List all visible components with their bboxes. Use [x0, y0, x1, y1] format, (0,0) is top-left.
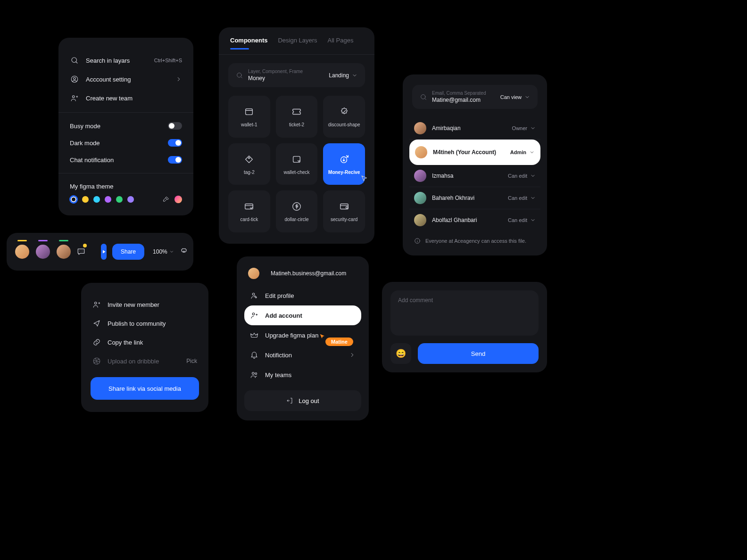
tile-discount-shape[interactable]: discount-shape — [323, 96, 365, 138]
gradient-swatch[interactable] — [174, 196, 182, 203]
default-role-dropdown[interactable]: Can view — [500, 94, 530, 100]
collaborator-2[interactable] — [36, 245, 50, 259]
search-icon — [70, 56, 79, 65]
edit-profile-row[interactable]: Edit profile — [244, 286, 361, 305]
theme-swatch-green[interactable] — [116, 196, 123, 203]
chat-button[interactable] — [76, 245, 86, 259]
dribbble-row[interactable]: Upload on dribbble Pick — [91, 352, 199, 371]
share-button[interactable]: Share — [112, 244, 144, 260]
chevron-down-icon — [169, 249, 174, 254]
chat-notif-toggle[interactable] — [168, 156, 182, 164]
share-social-button[interactable]: Share link via social media — [91, 377, 199, 400]
theme-swatch-cyan[interactable] — [93, 196, 100, 203]
member-row-self[interactable]: M4tineh (Your Account) Admin — [409, 140, 540, 165]
theme-swatch-violet[interactable] — [127, 196, 134, 203]
dribbble-icon — [92, 357, 101, 365]
eyedropper-icon[interactable] — [162, 196, 170, 203]
chevron-down-icon — [352, 73, 357, 78]
theme-swatches — [58, 196, 193, 203]
busy-mode-row: Busy mode — [58, 117, 193, 134]
member-row[interactable]: Amirbaqian Owner — [409, 117, 540, 140]
tabs: Components Design Layers All Pages — [219, 37, 374, 54]
dark-mode-label: Dark mode — [70, 140, 100, 147]
invite-member-row[interactable]: Invite new member — [91, 295, 199, 314]
tile-ticket-2[interactable]: ticket-2 — [276, 96, 318, 138]
tile-card-tick[interactable]: card-tick — [228, 190, 270, 232]
chat-notif-row: Chat notification — [58, 151, 193, 168]
ticket-icon — [291, 106, 302, 117]
dark-mode-toggle[interactable] — [168, 139, 182, 147]
chevron-down-icon — [524, 94, 530, 100]
theme-swatch-purple[interactable] — [105, 196, 111, 203]
account-setting-label: Acccount setting — [86, 76, 131, 83]
avatar — [414, 122, 426, 134]
chevron-down-icon — [530, 217, 536, 223]
chevron-right-icon — [175, 76, 182, 82]
svg-line-6 — [241, 76, 242, 78]
dollar-icon — [291, 201, 302, 212]
theme-swatch-yellow[interactable] — [82, 196, 89, 203]
role-dropdown[interactable]: Can edit — [508, 173, 536, 179]
cursor-icon — [319, 333, 326, 340]
tile-money-recive[interactable]: Money-Recive — [323, 143, 365, 185]
chevron-down-icon — [530, 195, 536, 201]
copy-link-row[interactable]: Copy the link — [91, 333, 199, 352]
svg-point-4 — [73, 96, 75, 98]
tile-wallet-1[interactable]: wallet-1 — [228, 96, 270, 138]
add-account-row[interactable]: Add account — [244, 305, 361, 325]
settings-panel: Search in layars Ctrl+Shift+S Acccount s… — [58, 38, 193, 215]
send-button[interactable]: Send — [418, 343, 539, 364]
collaborator-3[interactable] — [57, 245, 71, 259]
cursor-icon — [360, 174, 369, 183]
role-dropdown[interactable]: Admin — [510, 149, 535, 155]
chat-notif-label: Chat notification — [70, 156, 114, 164]
tile-security-card[interactable]: security-card — [323, 190, 365, 232]
logout-button[interactable]: Log out — [244, 390, 361, 411]
notification-row[interactable]: Notifiction — [244, 345, 361, 365]
scope-dropdown[interactable]: Landing — [329, 72, 357, 79]
send-icon — [92, 319, 101, 328]
theme-swatch-blue[interactable] — [70, 196, 77, 203]
search-shortcut: Ctrl+Shift+S — [154, 58, 182, 63]
role-dropdown[interactable]: Owner — [512, 125, 536, 131]
my-teams-row[interactable]: My teams — [244, 365, 361, 385]
role-dropdown[interactable]: Can edit — [508, 195, 536, 201]
busy-mode-toggle[interactable] — [168, 122, 182, 130]
tile-wallet-check[interactable]: wallet-check — [276, 143, 318, 185]
member-row[interactable]: Abolfazl Ghanbari Can edit — [409, 209, 540, 231]
collaborator-1[interactable] — [15, 245, 29, 259]
member-row[interactable]: Bahareh Okhravi Can edit — [409, 187, 540, 209]
svg-point-19 — [252, 313, 255, 315]
dark-mode-row: Dark mode — [58, 134, 193, 151]
money-receive-icon — [339, 154, 350, 165]
user-edit-icon — [250, 291, 258, 300]
tile-dollar-circle[interactable]: dollar-circle — [276, 190, 318, 232]
zoom-dropdown[interactable]: 100% — [153, 248, 174, 255]
search-layers-row[interactable]: Search in layars Ctrl+Shift+S — [58, 51, 193, 70]
role-dropdown[interactable]: Can edit — [508, 217, 536, 223]
component-search[interactable]: Layer, Component, Frame Money Landing — [228, 63, 365, 87]
email-input[interactable]: Email, Comma Separated Matine@gmail.com … — [412, 85, 538, 109]
email-value: Matine@gmail.com — [432, 97, 500, 103]
settings-button[interactable] — [180, 247, 188, 256]
account-setting-row[interactable]: Acccount setting — [58, 70, 193, 89]
tile-tag-2[interactable]: tag-2 — [228, 143, 270, 185]
avatar — [415, 146, 427, 158]
tab-components[interactable]: Components — [230, 37, 267, 49]
tab-design-layers[interactable]: Design Layers — [278, 37, 317, 49]
divider — [58, 173, 193, 173]
member-row[interactable]: Izmahsa Can edit — [409, 165, 540, 187]
play-button[interactable] — [101, 244, 107, 260]
tab-all-pages[interactable]: All Pages — [328, 37, 354, 49]
link-icon — [92, 338, 101, 346]
search-icon — [420, 93, 427, 101]
publish-row[interactable]: Publish to community — [91, 314, 199, 333]
crown-icon — [250, 331, 258, 339]
info-icon — [414, 238, 421, 244]
email-placeholder: Email, Comma Separated — [432, 91, 500, 96]
comment-input[interactable]: Add comment — [390, 290, 539, 336]
create-team-row[interactable]: Create new team — [58, 89, 193, 107]
tag-icon — [243, 154, 255, 165]
emoji-button[interactable]: 😄 — [390, 343, 411, 364]
avatar — [248, 268, 259, 279]
